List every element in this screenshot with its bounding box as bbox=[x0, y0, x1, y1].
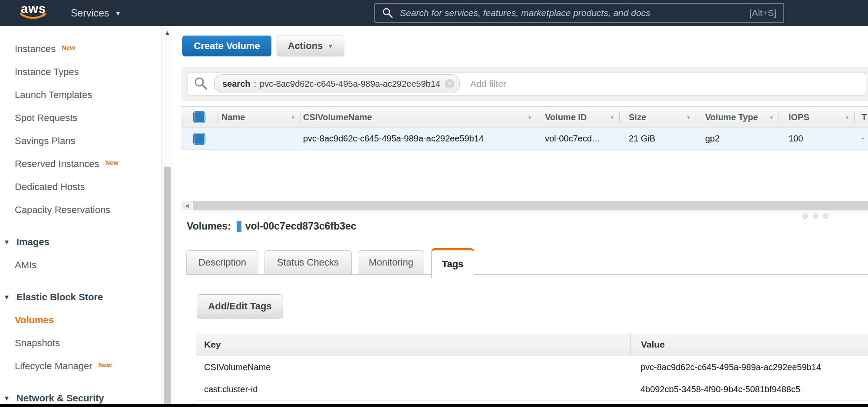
sidebar-item-snapshots[interactable]: Snapshots bbox=[0, 332, 162, 354]
volumes-table-header: Name ▾ CSIVolumeName ▾ Volume ID ▾ Size … bbox=[181, 106, 868, 128]
sidebar-item-amis[interactable]: AMIs bbox=[0, 253, 162, 276]
sidebar-section-images[interactable]: ▼ Images bbox=[0, 230, 162, 253]
tab-tags[interactable]: Tags bbox=[431, 248, 474, 278]
active-filter-tag[interactable]: search : pvc-8ac9d62c-c645-495a-989a-ac2… bbox=[214, 74, 460, 93]
sort-icon: ▾ bbox=[291, 114, 294, 121]
select-all-checkbox[interactable] bbox=[193, 111, 205, 123]
row-checkbox[interactable] bbox=[193, 133, 205, 145]
column-header-throughput[interactable]: T bbox=[855, 107, 868, 128]
sidebar-item-savings-plans[interactable]: Savings Plans bbox=[0, 129, 162, 152]
tab-status-checks[interactable]: Status Checks bbox=[264, 250, 352, 274]
tab-description[interactable]: Description bbox=[186, 250, 258, 274]
scroll-up-icon[interactable]: ▲ bbox=[162, 26, 173, 39]
sidebar-item-lifecycle-manager[interactable]: Lifecycle Manager New bbox=[0, 354, 162, 377]
column-header-volume-type[interactable]: Volume Type ▾ bbox=[696, 107, 779, 128]
column-header-volume-id[interactable]: Volume ID ▾ bbox=[537, 107, 620, 128]
filter-separator: : bbox=[254, 79, 257, 89]
actions-button[interactable]: Actions ▼ bbox=[277, 36, 344, 56]
sidebar-item-spot-requests[interactable]: Spot Requests bbox=[0, 106, 162, 129]
sidebar-item-volumes[interactable]: Volumes bbox=[0, 309, 162, 332]
tag-key: CSIVolumeName bbox=[196, 362, 630, 372]
sidebar-scrollbar[interactable]: ▲ bbox=[162, 26, 173, 404]
cell-throughput: - bbox=[855, 128, 868, 149]
chevron-down-icon: ▼ bbox=[327, 43, 333, 49]
filter-value: pvc-8ac9d62c-c645-495a-989a-ac292ee59b14 bbox=[260, 79, 440, 89]
select-all-cell bbox=[181, 107, 218, 128]
sort-icon: ▾ bbox=[528, 114, 531, 121]
tag-value: pvc-8ac9d62c-c645-495a-989a-ac292ee59b14 bbox=[630, 362, 868, 372]
search-icon bbox=[194, 77, 208, 91]
horizontal-scrollbar[interactable]: ◀ bbox=[181, 201, 868, 210]
ec2-sidebar: Instances New Instance Types Launch Temp… bbox=[0, 26, 162, 404]
sidebar-item-instances[interactable]: Instances New bbox=[0, 37, 162, 60]
tag-row: cast:cluster-id 4b092cb5-3458-4f90-9b4c-… bbox=[196, 378, 868, 400]
scroll-left-icon[interactable]: ◀ bbox=[181, 201, 192, 210]
sidebar-item-dedicated-hosts[interactable]: Dedicated Hosts bbox=[0, 175, 162, 198]
section-collapse-icon: ▼ bbox=[3, 394, 10, 402]
add-edit-tags-button[interactable]: Add/Edit Tags bbox=[197, 294, 283, 318]
sidebar-scrollbar-thumb[interactable] bbox=[164, 167, 171, 404]
add-filter-placeholder[interactable]: Add filter bbox=[470, 79, 506, 89]
horizontal-scrollbar-thumb[interactable] bbox=[193, 201, 868, 210]
new-badge: New bbox=[105, 159, 119, 166]
tab-monitoring[interactable]: Monitoring bbox=[358, 250, 424, 274]
aws-logo[interactable]: aws bbox=[18, 2, 49, 20]
chevron-down-icon: ▼ bbox=[115, 10, 121, 17]
top-nav-bar: aws Services ▼ Search for services, feat… bbox=[0, 0, 868, 26]
remove-filter-icon[interactable]: × bbox=[445, 79, 454, 89]
resize-dot bbox=[813, 213, 818, 219]
sidebar-item-instance-types[interactable]: Instance Types bbox=[0, 60, 162, 83]
resize-dot bbox=[802, 213, 808, 219]
tags-table-header: Key Value bbox=[196, 333, 868, 356]
search-icon bbox=[382, 7, 393, 19]
sidebar-section-elastic-block-store[interactable]: ▼ Elastic Block Store bbox=[0, 286, 162, 309]
tags-key-header: Key bbox=[196, 333, 630, 356]
column-header-name[interactable]: Name ▾ bbox=[218, 107, 300, 128]
column-header-csivolumename[interactable]: CSIVolumeName ▾ bbox=[300, 107, 537, 128]
tag-key: cast:cluster-id bbox=[196, 384, 630, 394]
row-select-cell bbox=[181, 128, 218, 149]
detail-heading: Volumes: vol-00c7ecd873c6fb3ec bbox=[187, 220, 356, 232]
pane-resize-handle[interactable] bbox=[802, 213, 828, 219]
sidebar-item-reserved-instances[interactable]: Reserved Instances New bbox=[0, 152, 162, 175]
tab-baseline bbox=[186, 274, 868, 275]
main-panel: Create Volume Actions ▼ search : pvc-8ac… bbox=[180, 26, 868, 404]
tag-row: CSIVolumeName pvc-8ac9d62c-c645-495a-989… bbox=[196, 356, 868, 378]
sidebar-item-launch-templates[interactable]: Launch Templates bbox=[0, 83, 162, 106]
ec2-console: aws Services ▼ Search for services, feat… bbox=[0, 0, 868, 407]
sort-icon: ▾ bbox=[770, 114, 773, 121]
filter-search-field[interactable]: search : pvc-8ac9d62c-c645-495a-989a-ac2… bbox=[188, 72, 866, 95]
window-bottom-edge bbox=[0, 404, 868, 407]
volume-table-row[interactable]: pvc-8ac9d62c-c645-495a-989a-ac292ee59b14… bbox=[181, 128, 868, 150]
create-volume-button[interactable]: Create Volume bbox=[182, 36, 271, 56]
new-badge: New bbox=[62, 44, 75, 51]
filter-key: search bbox=[222, 79, 251, 89]
search-shortcut-hint: [Alt+S] bbox=[749, 8, 776, 18]
sort-icon: ▾ bbox=[687, 114, 690, 121]
cell-name bbox=[218, 128, 300, 149]
tag-value: 4b092cb5-3458-4f90-9b4c-5081bf9488c5 bbox=[630, 384, 868, 394]
cell-volume-type: gp2 bbox=[696, 128, 779, 149]
section-collapse-icon: ▼ bbox=[3, 293, 10, 301]
tags-table: Key Value CSIVolumeName pvc-8ac9d62c-c64… bbox=[196, 333, 868, 400]
cell-iops: 100 bbox=[779, 128, 855, 149]
services-menu[interactable]: Services ▼ bbox=[71, 0, 121, 26]
cell-volume-id: vol-00c7ecd… bbox=[537, 128, 620, 149]
sidebar-section-network-security[interactable]: ▼ Network & Security bbox=[0, 387, 162, 404]
selected-volume-id: vol-00c7ecd873c6fb3ec bbox=[245, 220, 356, 232]
sort-icon: ▾ bbox=[845, 114, 848, 121]
sidebar-item-capacity-reservations[interactable]: Capacity Reservations bbox=[0, 198, 162, 221]
tags-value-header: Value bbox=[630, 333, 868, 356]
selection-bar bbox=[237, 221, 241, 232]
search-placeholder: Search for services, features, marketpla… bbox=[400, 8, 749, 18]
column-header-size[interactable]: Size ▾ bbox=[620, 107, 696, 128]
cell-csivolumename: pvc-8ac9d62c-c645-495a-989a-ac292ee59b14 bbox=[300, 128, 537, 149]
filter-band: search : pvc-8ac9d62c-c645-495a-989a-ac2… bbox=[181, 67, 868, 101]
section-collapse-icon: ▼ bbox=[3, 238, 10, 246]
pane-divider bbox=[180, 213, 868, 213]
column-header-iops[interactable]: IOPS ▾ bbox=[779, 107, 855, 128]
aws-logo-text: aws bbox=[21, 2, 46, 16]
detail-heading-label: Volumes: bbox=[187, 220, 231, 232]
global-search-input[interactable]: Search for services, features, marketpla… bbox=[374, 3, 784, 23]
cell-size: 21 GiB bbox=[620, 128, 696, 149]
